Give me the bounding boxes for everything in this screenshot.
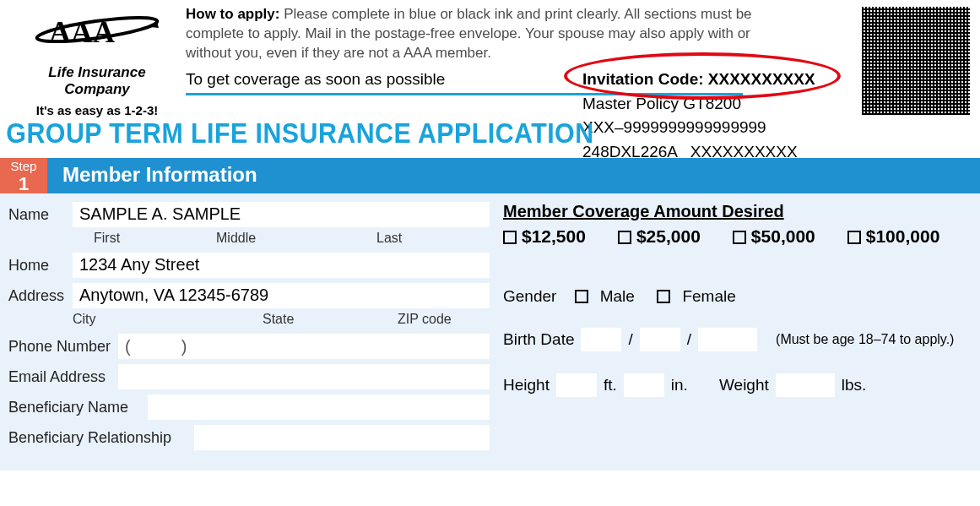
street-field[interactable]: 1234 Any Street	[73, 253, 490, 278]
company-name-1: Life Insurance	[8, 64, 186, 81]
birthdate-label: Birth Date	[503, 330, 574, 349]
checkbox-icon[interactable]	[618, 231, 631, 244]
gender-label: Gender	[503, 287, 556, 306]
birth-year-field[interactable]	[698, 328, 757, 351]
home-label: Home	[8, 257, 73, 275]
beneficiary-name-label: Beneficiary Name	[8, 399, 148, 416]
email-label: Email Address	[8, 368, 118, 386]
step-label: Step	[0, 160, 47, 174]
invitation-code-value: XXXXXXXXXX	[708, 70, 815, 88]
in-label: in.	[671, 376, 688, 394]
middle-sublabel: Middle	[216, 231, 376, 246]
lbs-label: lbs.	[842, 376, 867, 394]
checkbox-icon[interactable]	[733, 231, 746, 244]
weight-label: Weight	[719, 376, 769, 394]
step-number: 1	[0, 174, 47, 194]
phone-label: Phone Number	[8, 338, 118, 356]
invitation-code-label: Invitation Code:	[582, 70, 704, 88]
beneficiary-relationship-field[interactable]	[194, 425, 490, 450]
citystate-field[interactable]: Anytown, VA 12345-6789	[73, 283, 490, 308]
coverage-option-2[interactable]: $25,000	[618, 226, 701, 247]
zip-sublabel: ZIP code	[398, 312, 452, 327]
age-note: (Must be age 18–74 to apply.)	[776, 332, 954, 347]
master-policy: Master Policy GT8200	[582, 92, 815, 117]
city-sublabel: City	[73, 312, 263, 327]
coverage-heading: Member Coverage Amount Desired	[503, 202, 968, 221]
phone-field[interactable]: ( )	[118, 334, 490, 359]
beneficiary-name-field[interactable]	[148, 394, 490, 420]
company-logo-block: AAA Life Insurance Company It's as easy …	[8, 5, 186, 117]
section-title: Member Information	[47, 158, 980, 193]
name-field[interactable]: SAMPLE A. SAMPLE	[73, 202, 490, 227]
address-label: Address	[8, 287, 73, 305]
height-ft-field[interactable]	[556, 373, 597, 397]
male-checkbox[interactable]	[575, 290, 588, 303]
ft-label: ft.	[604, 376, 617, 394]
female-checkbox[interactable]	[657, 290, 670, 303]
coverage-option-3[interactable]: $50,000	[733, 226, 815, 247]
state-sublabel: State	[263, 312, 398, 327]
male-label: Male	[600, 287, 635, 306]
height-in-field[interactable]	[624, 373, 664, 397]
coverage-option-1[interactable]: $12,500	[503, 226, 586, 247]
paren-left: (	[125, 337, 131, 356]
aaa-logo-icon: AAA	[34, 8, 160, 59]
weight-field[interactable]	[776, 373, 835, 397]
first-sublabel: First	[73, 231, 216, 246]
coverage-option-4[interactable]: $100,000	[847, 226, 940, 247]
birth-day-field[interactable]	[640, 328, 680, 351]
female-label: Female	[682, 287, 735, 306]
slash-1: /	[628, 330, 632, 349]
tagline: It's as easy as 1-2-3!	[8, 103, 186, 117]
howto-label: How to apply:	[186, 6, 279, 22]
name-label: Name	[8, 206, 73, 224]
step-badge: Step 1	[0, 158, 47, 193]
height-label: Height	[503, 376, 550, 394]
birth-month-field[interactable]	[581, 328, 621, 351]
checkbox-icon[interactable]	[503, 231, 517, 244]
company-name-2: Company	[8, 81, 186, 98]
checkbox-icon[interactable]	[847, 231, 861, 244]
application-title: GROUP TERM LIFE INSURANCE APPLICATION	[0, 117, 901, 150]
qr-code-icon	[862, 7, 970, 115]
last-sublabel: Last	[376, 231, 402, 246]
email-field[interactable]	[118, 364, 490, 389]
beneficiary-relationship-label: Beneficiary Relationship	[8, 429, 194, 447]
paren-right: )	[181, 337, 187, 356]
slash-2: /	[687, 330, 691, 349]
svg-text:AAA: AAA	[49, 15, 115, 49]
